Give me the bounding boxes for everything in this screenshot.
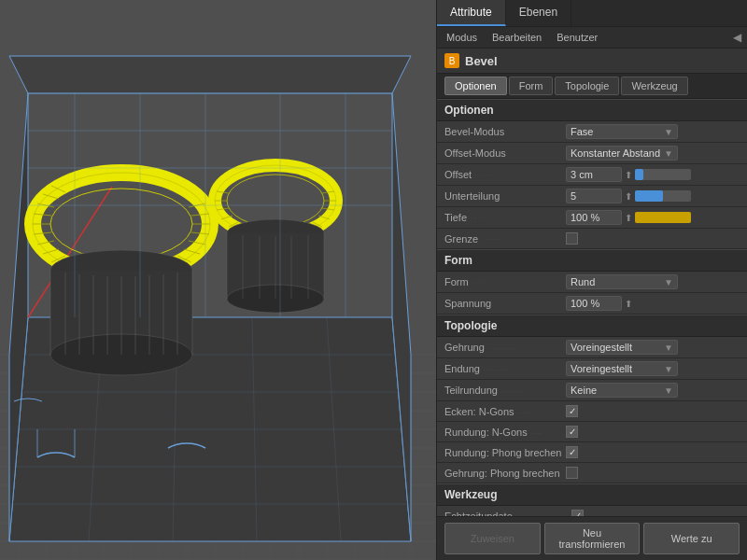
row-bevel-modus: Bevel-Modus Fase ▼ [437, 121, 747, 143]
row-form: Form ····· Rund ▼ [437, 272, 747, 293]
label-gehrung-phong: Gehrung: Phong brechen [444, 468, 566, 479]
svg-marker-31 [9, 56, 411, 93]
label-gehrung: Gehrung ············ [444, 342, 566, 353]
dropdown-bevel-modus[interactable]: Fase ▼ [566, 124, 678, 139]
chevron-down-icon-2: ▼ [664, 148, 673, 159]
row-echtzeitupdate: Echtzeitupdate ✓ [437, 506, 747, 516]
label-rundung-phong: Rundung: Phong brechen [444, 447, 566, 458]
label-teilrundung: Teilrundung ········· [444, 385, 566, 396]
chevron-down-icon: ▼ [664, 127, 673, 137]
label-endung: Endung ············ [444, 363, 566, 374]
label-ecken-ngons: Ecken: N-Gons ······· [444, 406, 566, 417]
input-unterteilung[interactable]: ⬆ [566, 189, 691, 203]
unterteilung-slider[interactable] [635, 190, 691, 202]
label-spannung: Spannung [444, 298, 566, 309]
panel-content: Optionen Bevel-Modus Fase ▼ Offset-Modus… [437, 99, 747, 516]
row-endung: Endung ············ Voreingestellt ▼ [437, 358, 747, 380]
dropdown-form[interactable]: Rund ▼ [566, 274, 678, 289]
3d-viewport[interactable] [0, 0, 436, 560]
label-bevel-modus: Bevel-Modus [444, 126, 566, 137]
input-offset[interactable]: ⬆ [566, 167, 691, 182]
tab-ebenen[interactable]: Ebenen [506, 0, 571, 26]
section-form: Form [437, 249, 747, 272]
section-topologie: Topologie [437, 315, 747, 337]
sub-tab-bar: Optionen Form Topologie Werkzeug [437, 74, 747, 99]
sub-tab-werkzeug[interactable]: Werkzeug [621, 77, 687, 95]
row-offset: Offset ····· ⬆ [437, 164, 747, 186]
sub-tab-optionen[interactable]: Optionen [444, 77, 507, 95]
checkbox-rundung-phong[interactable]: ✓ [566, 446, 578, 458]
row-gehrung-phong: Gehrung: Phong brechen [437, 463, 747, 483]
properties-panel: Attribute Ebenen Modus Bearbeiten Benutz… [436, 0, 747, 560]
section-optionen: Optionen [437, 99, 747, 121]
toolbar-benutzer[interactable]: Benutzer [553, 30, 601, 45]
row-rundung-phong: Rundung: Phong brechen ✓ [437, 442, 747, 463]
toolbar: Modus Bearbeiten Benutzer ◀ [437, 27, 747, 49]
offset-stepper[interactable]: ⬆ [625, 170, 632, 180]
row-gehrung: Gehrung ············ Voreingestellt ▼ [437, 337, 747, 358]
bevel-header: B Bevel [437, 49, 747, 74]
spannung-input[interactable] [566, 296, 622, 311]
btn-zuweisen[interactable]: Zuweisen [444, 523, 541, 554]
sub-tab-form[interactable]: Form [509, 77, 554, 95]
row-teilrundung: Teilrundung ········· Keine ▼ [437, 380, 747, 401]
unterteilung-stepper[interactable]: ⬆ [625, 191, 632, 202]
tiefe-stepper[interactable]: ⬆ [625, 213, 632, 223]
chevron-down-icon-4: ▼ [664, 343, 673, 353]
checkbox-ecken-ngons[interactable]: ✓ [566, 405, 578, 417]
input-tiefe[interactable]: ⬆ [566, 210, 691, 225]
bevel-title: Bevel [465, 54, 498, 68]
checkbox-rundung-ngons[interactable]: ✓ [566, 426, 578, 438]
label-unterteilung: Unterteilung [444, 190, 566, 202]
sub-tab-topologie[interactable]: Topologie [555, 77, 619, 95]
section-werkzeug: Werkzeug [437, 483, 747, 506]
btn-werte-zu[interactable]: Werte zu [643, 523, 740, 554]
tiefe-slider[interactable] [635, 212, 691, 223]
label-tiefe: Tiefe ····· [444, 212, 566, 223]
checkbox-echtzeitupdate[interactable]: ✓ [571, 510, 584, 516]
dropdown-offset-modus[interactable]: Konstanter Abstand ▼ [566, 146, 678, 161]
bottom-bar: Zuweisen Neu transformieren Werte zu [437, 516, 747, 560]
label-offset-modus: Offset-Modus [444, 147, 566, 159]
row-rundung-ngons: Rundung: N-Gons ····· ✓ [437, 422, 747, 442]
label-rundung-ngons: Rundung: N-Gons ····· [444, 427, 566, 438]
toolbar-arrow-icon[interactable]: ◀ [733, 31, 741, 44]
tab-attribute[interactable]: Attribute [437, 0, 506, 26]
chevron-down-icon-6: ▼ [664, 385, 673, 396]
row-tiefe: Tiefe ····· ⬆ [437, 207, 747, 229]
toolbar-modus[interactable]: Modus [443, 30, 481, 45]
label-grenze: Grenze ····· [444, 233, 566, 245]
input-spannung[interactable]: ⬆ [566, 296, 632, 311]
row-grenze: Grenze ····· [437, 229, 747, 249]
offset-input[interactable] [566, 167, 622, 182]
chevron-down-icon-5: ▼ [664, 364, 673, 374]
btn-neu-transformieren[interactable]: Neu transformieren [544, 523, 641, 554]
row-unterteilung: Unterteilung ⬆ [437, 186, 747, 207]
checkbox-grenze[interactable] [566, 232, 578, 245]
label-form: Form ····· [444, 276, 566, 287]
spannung-stepper[interactable]: ⬆ [625, 299, 632, 309]
dropdown-teilrundung[interactable]: Keine ▼ [566, 383, 678, 398]
unterteilung-input[interactable] [566, 189, 622, 203]
row-offset-modus: Offset-Modus Konstanter Abstand ▼ [437, 143, 747, 164]
dropdown-gehrung[interactable]: Voreingestellt ▼ [566, 340, 678, 355]
toolbar-bearbeiten[interactable]: Bearbeiten [488, 30, 545, 45]
dropdown-endung[interactable]: Voreingestellt ▼ [566, 361, 678, 376]
chevron-down-icon-3: ▼ [664, 277, 673, 287]
top-tab-bar: Attribute Ebenen [437, 0, 747, 27]
bevel-icon: B [444, 53, 459, 68]
offset-slider[interactable] [635, 169, 691, 180]
checkbox-gehrung-phong[interactable] [566, 467, 578, 479]
row-ecken-ngons: Ecken: N-Gons ······· ✓ [437, 401, 747, 422]
tiefe-input[interactable] [566, 210, 622, 225]
row-spannung: Spannung ⬆ [437, 293, 747, 315]
label-offset: Offset ····· [444, 169, 566, 180]
